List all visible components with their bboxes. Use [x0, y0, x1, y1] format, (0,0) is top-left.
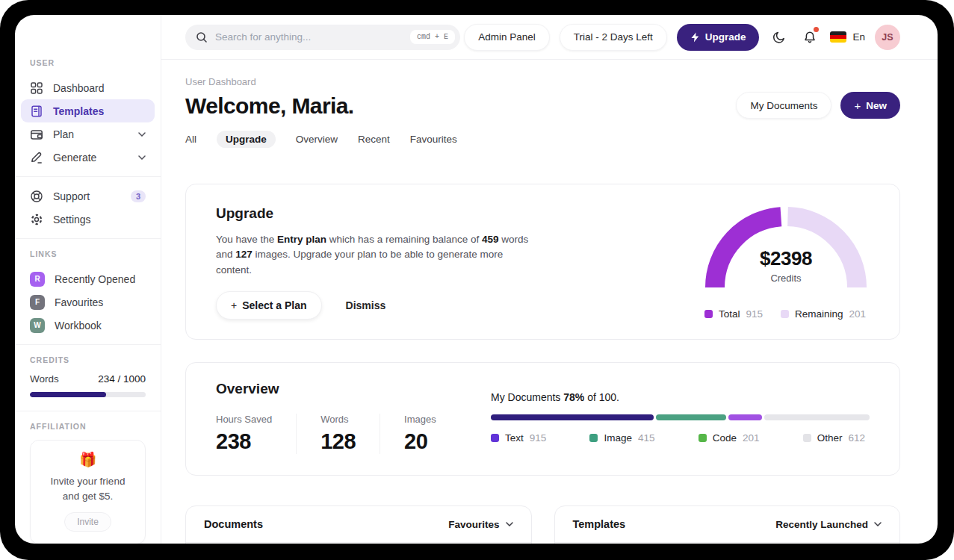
bolt-icon [690, 32, 700, 43]
templates-icon [30, 105, 43, 118]
header-actions: My Documents + New [736, 92, 900, 119]
sidebar-link-workbook[interactable]: W Workbook [21, 314, 155, 337]
sidebar-divider [15, 411, 161, 411]
chevron-down-icon [138, 155, 146, 160]
trial-badge[interactable]: Trial - 2 Days Left [560, 24, 667, 51]
stat-label: Images [404, 414, 436, 425]
sidebar-item-label: Settings [53, 214, 91, 225]
bar-segment-text [491, 414, 654, 420]
language-label: En [852, 31, 865, 43]
invite-button[interactable]: Invite [64, 512, 111, 532]
legend-value: 415 [638, 432, 655, 444]
tab-favourites[interactable]: Favourites [410, 131, 457, 148]
stacked-bar-legend: Text 915 Image 415 Code 20 [491, 432, 870, 444]
documents-card: Documents Favourites Untitled Document [185, 505, 532, 544]
overview-card-title: Overview [216, 381, 491, 397]
stacked-progress-bar [491, 414, 870, 420]
credits-usage: Words 234 / 1000 [30, 373, 146, 385]
tab-all[interactable]: All [185, 131, 196, 148]
sidebar-item-settings[interactable]: Settings [21, 208, 155, 231]
templates-card-header: Templates Recently Launched [555, 506, 900, 543]
legend-label: Remaining [795, 308, 843, 320]
admin-panel-button[interactable]: Admin Panel [464, 24, 550, 51]
sidebar-item-plan[interactable]: Plan [21, 122, 155, 146]
link-initial-badge: W [30, 318, 45, 333]
documents-progress-text: My Documents 78% of 100. [491, 391, 870, 403]
new-button[interactable]: + New [840, 92, 900, 119]
body-text: which has a remaining balance of [326, 234, 482, 245]
legend-other: Other 612 [803, 432, 865, 444]
legend-value: 612 [848, 432, 865, 444]
chevron-down-icon [506, 522, 513, 526]
stat-label: Hours Saved [216, 414, 272, 425]
sidebar-link-recently-opened[interactable]: R Recently Opened [21, 267, 155, 290]
overview-stats: Hours Saved 238 Words 128 Images 20 [216, 414, 491, 454]
credits-amount: $2398 [704, 247, 868, 270]
sidebar-item-generate[interactable]: Generate [21, 146, 155, 169]
dismiss-button[interactable]: Dismiss [346, 299, 386, 311]
templates-card: Templates Recently Launched Blog Post Ti… [554, 505, 901, 544]
sidebar-link-favourites[interactable]: F Favourites [21, 290, 155, 314]
stat-hours-saved: Hours Saved 238 [216, 414, 297, 454]
legend-label: Other [817, 432, 843, 444]
legend-value: 915 [746, 308, 763, 320]
templates-filter-dropdown[interactable]: Recently Launched [775, 519, 882, 530]
tab-recent[interactable]: Recent [358, 131, 390, 148]
sidebar-item-support[interactable]: Support 3 [21, 184, 155, 208]
search-input[interactable] [215, 31, 403, 43]
topbar-right: Admin Panel Trial - 2 Days Left Upgrade [464, 24, 900, 51]
content-area: cmd + E Admin Panel Trial - 2 Days Left … [161, 15, 938, 544]
gift-icon: 🎁 [38, 451, 137, 468]
tab-overview[interactable]: Overview [296, 131, 338, 148]
legend-label: Total [719, 308, 740, 320]
search-shortcut-badge: cmd + E [410, 30, 455, 44]
stat-label: Words [320, 414, 356, 425]
documents-filter-dropdown[interactable]: Favourites [448, 519, 512, 530]
upgrade-card-body: You have the Entry plan which has a rema… [216, 232, 539, 278]
user-avatar[interactable]: JS [875, 25, 900, 50]
language-selector[interactable]: En [830, 31, 865, 43]
topbar: cmd + E Admin Panel Trial - 2 Days Left … [161, 15, 938, 60]
bar-segment-image [656, 414, 726, 420]
sidebar-item-label: Recently Opened [55, 273, 135, 285]
legend-total: Total 915 [704, 308, 763, 320]
legend-code: Code 201 [699, 432, 760, 444]
sidebar-item-dashboard[interactable]: Dashboard [21, 76, 155, 99]
overview-left: Overview Hours Saved 238 Words 128 [216, 381, 491, 454]
templates-card-title: Templates [573, 518, 626, 530]
document-list-item[interactable]: Untitled Document in Workbook [186, 543, 531, 544]
body-text: You have the [216, 234, 277, 245]
images-balance: 127 [235, 249, 253, 260]
sidebar-item-label: Workbook [55, 320, 102, 332]
credits-gauge-block: $2398 Credits Total 915 [704, 205, 870, 320]
notification-dot [814, 27, 819, 32]
user-section-label: USER [30, 58, 146, 67]
template-list-item[interactable]: Blog Post Title in Workbook [555, 543, 900, 544]
page-title: Welcome, Maria. [185, 93, 354, 119]
moon-icon [772, 31, 786, 44]
search-bar[interactable]: cmd + E [185, 25, 460, 50]
select-plan-label: Select a Plan [242, 299, 306, 311]
affiliation-card: 🎁 Invite your friend and get $5. Invite [30, 440, 146, 544]
legend-label: Text [505, 432, 524, 444]
documents-card-header: Documents Favourites [186, 506, 531, 543]
affiliation-text-line1: Invite your friend [51, 476, 126, 487]
gear-icon [30, 213, 43, 226]
tab-upgrade[interactable]: Upgrade [217, 131, 276, 148]
chevron-down-icon [874, 522, 882, 526]
sidebar-item-templates[interactable]: Templates [21, 99, 155, 122]
select-plan-button[interactable]: + Select a Plan [216, 291, 322, 320]
stat-value: 128 [320, 429, 356, 454]
legend-swatch [699, 434, 707, 442]
notifications-button[interactable] [799, 27, 820, 48]
upgrade-button[interactable]: Upgrade [677, 24, 760, 51]
credits-gauge-chart: $2398 Credits [704, 205, 868, 298]
upgrade-card-title: Upgrade [216, 205, 539, 222]
my-documents-button[interactable]: My Documents [736, 92, 831, 119]
sidebar-item-label: Support [53, 190, 90, 202]
dark-mode-toggle[interactable] [769, 27, 790, 48]
sidebar-item-label: Generate [53, 152, 96, 164]
credits-progress-track [30, 392, 146, 397]
legend-swatch [704, 310, 713, 318]
bar-segment-other [764, 414, 870, 420]
